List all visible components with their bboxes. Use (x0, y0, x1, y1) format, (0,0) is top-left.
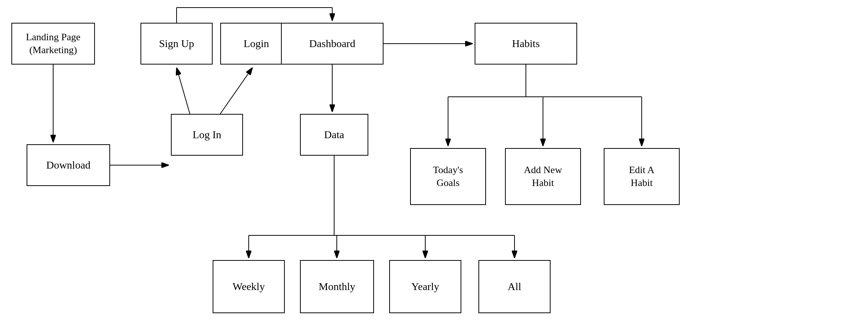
node-todays-goals: Today'sGoals (410, 148, 486, 205)
node-data: Data (300, 114, 368, 156)
flowchart-diagram: Landing Page(Marketing) Download Sign Up… (0, 0, 868, 328)
node-edit-a-habit: Edit AHabit (604, 148, 680, 205)
node-sign-up: Sign Up (140, 23, 213, 65)
node-add-new-habit: Add NewHabit (505, 148, 581, 205)
svg-line-3 (177, 68, 190, 114)
node-monthly: Monthly (300, 260, 374, 313)
node-dashboard: Dashboard (281, 23, 383, 65)
node-download: Download (27, 144, 110, 186)
node-all: All (478, 260, 551, 313)
node-yearly: Yearly (389, 260, 461, 313)
node-log-in: Log In (171, 114, 243, 156)
node-weekly: Weekly (213, 260, 285, 313)
svg-line-4 (220, 68, 253, 114)
node-habits: Habits (475, 23, 577, 65)
node-landing-page: Landing Page(Marketing) (11, 23, 95, 65)
